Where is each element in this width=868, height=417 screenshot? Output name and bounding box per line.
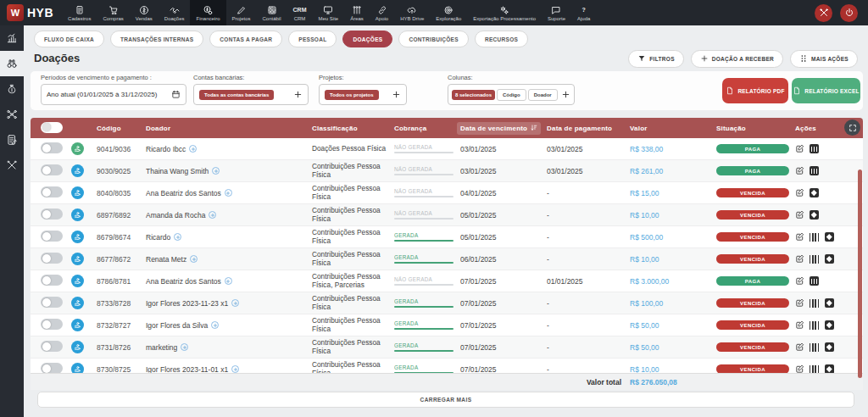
- carregar-mais-button[interactable]: CARREGAR MAIS: [37, 392, 854, 408]
- add-donor-icon[interactable]: [212, 167, 220, 175]
- barcode-icon[interactable]: [810, 365, 820, 374]
- nav-item-areas[interactable]: Áreas: [344, 0, 370, 25]
- sidebar-item-chart[interactable]: [0, 25, 24, 51]
- add-donor-icon[interactable]: [181, 343, 188, 351]
- edit-icon[interactable]: [795, 166, 804, 175]
- boleto-icon[interactable]: [810, 144, 819, 153]
- pix-icon[interactable]: [825, 342, 834, 352]
- add-donor-icon[interactable]: [225, 189, 232, 197]
- pix-icon[interactable]: [825, 320, 834, 330]
- expand-table-button[interactable]: [844, 120, 860, 136]
- tab-contas-a-pagar[interactable]: CONTAS A PAGAR: [209, 31, 282, 47]
- nav-item-crm[interactable]: CRMCRM: [287, 0, 313, 25]
- tab-contribuicoes[interactable]: CONTRIBUIÇÕES: [398, 31, 468, 47]
- sidebar-item-report[interactable]: [0, 127, 24, 153]
- pix-icon[interactable]: [825, 232, 834, 242]
- tab-transacoes-internas[interactable]: TRANSAÇÕES INTERNAS: [110, 31, 203, 47]
- tab-pessoal[interactable]: PESSOAL: [288, 31, 337, 47]
- add-donor-icon[interactable]: [225, 277, 232, 285]
- nav-item-suporte[interactable]: Suporte: [542, 0, 571, 25]
- barcode-icon[interactable]: [810, 343, 820, 352]
- nav-item-cadastros[interactable]: Cadastros: [62, 0, 97, 25]
- barcode-icon[interactable]: [810, 321, 820, 330]
- row-toggle[interactable]: [41, 341, 63, 352]
- row-toggle[interactable]: [41, 319, 63, 330]
- sort-data-vencimento[interactable]: Data de vencimento: [457, 122, 541, 135]
- add-donor-icon[interactable]: [189, 145, 197, 153]
- nav-item-contabil[interactable]: Contábil: [257, 0, 287, 25]
- edit-icon[interactable]: [795, 254, 804, 264]
- edit-icon[interactable]: [795, 364, 804, 373]
- edit-icon[interactable]: [795, 276, 804, 286]
- add-donor-icon[interactable]: [174, 233, 181, 241]
- contas-chip[interactable]: Todas as contas bancárias: [199, 90, 274, 100]
- nav-item-financeiro[interactable]: Financeiro: [190, 0, 225, 25]
- add-donor-icon[interactable]: [209, 211, 216, 219]
- tools-button[interactable]: [815, 4, 832, 22]
- row-toggle[interactable]: [41, 164, 63, 175]
- nav-item-doacoes[interactable]: Doações: [159, 0, 191, 25]
- edit-icon[interactable]: [795, 232, 804, 242]
- tab-recursos[interactable]: RECURSOS: [475, 31, 528, 47]
- tab-doacoes[interactable]: DOAÇÕES: [342, 31, 392, 47]
- add-donor-icon[interactable]: [211, 321, 219, 329]
- periodo-input[interactable]: Ano atual (01/01/2025 à 31/12/2025): [41, 84, 186, 105]
- boleto-icon[interactable]: [810, 276, 819, 286]
- relatorio-excel-button[interactable]: RELATÓRIO EXCEL: [792, 78, 860, 103]
- add-conta-icon[interactable]: [293, 90, 303, 99]
- nav-item-vendas[interactable]: Vendas: [130, 0, 159, 25]
- sidebar-item-tools[interactable]: [0, 153, 24, 178]
- pix-icon[interactable]: [825, 254, 834, 264]
- nav-item-exploracao[interactable]: Exploração: [430, 0, 467, 25]
- power-button[interactable]: [840, 4, 858, 22]
- add-coluna-icon[interactable]: [561, 90, 570, 99]
- row-toggle[interactable]: [41, 363, 63, 373]
- row-toggle[interactable]: [41, 231, 63, 242]
- nav-item-exportacao-processamento[interactable]: Exportação Processamento: [467, 0, 542, 25]
- nav-item-projetos[interactable]: Projetos: [226, 0, 257, 25]
- sidebar-item-binoculars[interactable]: [0, 51, 24, 76]
- add-donor-icon[interactable]: [231, 299, 239, 307]
- row-toggle[interactable]: [41, 275, 63, 286]
- nav-item-compras[interactable]: Compras: [97, 0, 129, 25]
- row-toggle[interactable]: [41, 186, 63, 197]
- tab-fluxo-de-caixa[interactable]: FLUXO DE CAIXA: [34, 31, 104, 47]
- select-all-toggle[interactable]: [41, 122, 63, 133]
- add-donor-icon[interactable]: [190, 255, 198, 263]
- row-toggle[interactable]: [41, 253, 63, 264]
- pix-icon[interactable]: [825, 364, 834, 373]
- nav-item-apoio[interactable]: Apoio: [370, 0, 394, 25]
- add-projeto-icon[interactable]: [392, 90, 401, 99]
- barcode-icon[interactable]: [810, 233, 820, 242]
- edit-icon[interactable]: [795, 188, 804, 197]
- mais-acoes-button[interactable]: MAIS AÇÕES: [790, 50, 858, 68]
- row-toggle[interactable]: [41, 142, 63, 153]
- add-donor-icon[interactable]: [231, 365, 239, 373]
- contas-select[interactable]: Todas as contas bancárias: [193, 84, 309, 105]
- brand[interactable]: W HYB: [7, 4, 53, 21]
- table-scrollbar[interactable]: [858, 170, 862, 378]
- row-toggle[interactable]: [41, 208, 63, 220]
- pix-icon[interactable]: [810, 188, 819, 197]
- barcode-icon[interactable]: [810, 299, 820, 308]
- nav-item-meu-site[interactable]: Meu Site: [312, 0, 344, 25]
- doacao-a-receber-button[interactable]: DOAÇÃO A RECEBER: [691, 50, 783, 68]
- coluna-chip[interactable]: Doador: [528, 89, 558, 101]
- nav-item-ajuda[interactable]: ?Ajuda: [571, 0, 596, 25]
- boleto-icon[interactable]: [810, 166, 819, 175]
- edit-icon[interactable]: [795, 320, 804, 330]
- edit-icon[interactable]: [795, 144, 804, 153]
- edit-icon[interactable]: [795, 210, 804, 220]
- projetos-chip[interactable]: Todos os projetos: [325, 90, 379, 100]
- sidebar-item-network[interactable]: [0, 102, 24, 127]
- relatorio-pdf-button[interactable]: RELATÓRIO PDF: [722, 78, 788, 103]
- projetos-select[interactable]: Todos os projetos: [319, 84, 407, 105]
- colunas-select[interactable]: 8 selecionados CódigoDoador: [448, 84, 575, 105]
- coluna-chip[interactable]: Código: [497, 89, 526, 101]
- row-toggle[interactable]: [41, 297, 63, 308]
- colunas-selected-chip[interactable]: 8 selecionados: [452, 90, 495, 100]
- pix-icon[interactable]: [810, 210, 819, 220]
- filtros-button[interactable]: FILTROS: [628, 50, 683, 68]
- barcode-icon[interactable]: [810, 255, 820, 264]
- sidebar-item-money-bag[interactable]: [0, 76, 24, 102]
